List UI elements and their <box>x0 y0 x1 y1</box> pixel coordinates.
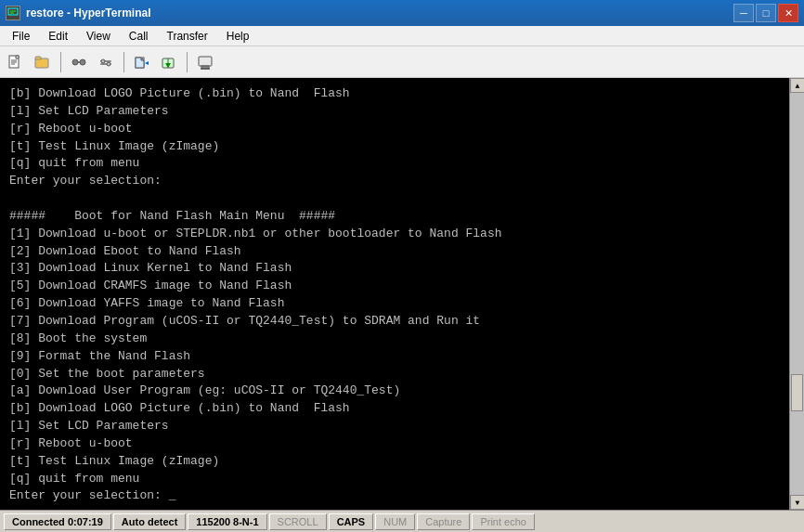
status-connected: Connected 0:07:19 <box>4 513 111 530</box>
toolbar-separator-3 <box>187 52 188 72</box>
status-caps: CAPS <box>329 513 374 530</box>
scroll-down-button[interactable]: ▼ <box>790 495 804 510</box>
svg-point-10 <box>80 59 85 65</box>
menu-bar: File Edit View Call Transfer Help <box>0 26 804 46</box>
menu-view[interactable]: View <box>78 27 119 45</box>
transfer-button[interactable] <box>193 50 217 74</box>
open-button[interactable] <box>31 50 55 74</box>
maximize-button[interactable]: □ <box>756 4 776 22</box>
menu-call[interactable]: Call <box>121 27 157 45</box>
menu-transfer[interactable]: Transfer <box>159 27 216 45</box>
new-connection-button[interactable] <box>4 50 28 74</box>
status-baud: 115200 8-N-1 <box>188 513 266 530</box>
scroll-thumb[interactable] <box>791 374 803 411</box>
svg-point-9 <box>72 59 78 65</box>
send-file-button[interactable] <box>130 50 154 74</box>
menu-edit[interactable]: Edit <box>40 27 76 45</box>
terminal-container: [b] Download LOGO Picture (.bin) to Nand… <box>0 78 804 510</box>
status-num: NUM <box>375 513 415 530</box>
scroll-up-button[interactable]: ▲ <box>790 78 804 93</box>
svg-point-15 <box>107 62 110 66</box>
toolbar-separator-1 <box>60 52 61 72</box>
status-scroll: SCROLL <box>269 513 327 530</box>
status-bar: Connected 0:07:19 Auto detect 115200 8-N… <box>0 510 804 532</box>
terminal-output[interactable]: [b] Download LOGO Picture (.bin) to Nand… <box>0 78 789 510</box>
svg-point-14 <box>101 59 105 63</box>
app-icon <box>6 6 20 20</box>
minimize-button[interactable]: ─ <box>733 4 754 22</box>
toolbar-separator-2 <box>123 52 124 72</box>
menu-file[interactable]: File <box>4 27 38 45</box>
receive-file-button[interactable] <box>157 50 181 74</box>
toolbar <box>0 46 804 78</box>
title-bar: restore - HyperTerminal ─ □ ✕ <box>0 0 804 26</box>
disconnect-button[interactable] <box>67 50 91 74</box>
svg-rect-8 <box>35 57 41 59</box>
menu-help[interactable]: Help <box>218 27 258 45</box>
window-controls[interactable]: ─ □ ✕ <box>733 4 798 22</box>
status-auto-detect: Auto detect <box>113 513 187 530</box>
svg-rect-23 <box>199 57 212 66</box>
svg-marker-19 <box>145 61 149 65</box>
scroll-track[interactable] <box>790 93 804 495</box>
status-print-echo: Print echo <box>472 513 535 530</box>
scrollbar[interactable]: ▲ ▼ <box>789 78 804 510</box>
status-capture: Capture <box>417 513 470 530</box>
properties-button[interactable] <box>94 50 118 74</box>
window-title: restore - HyperTerminal <box>26 6 151 19</box>
close-button[interactable]: ✕ <box>778 4 798 22</box>
